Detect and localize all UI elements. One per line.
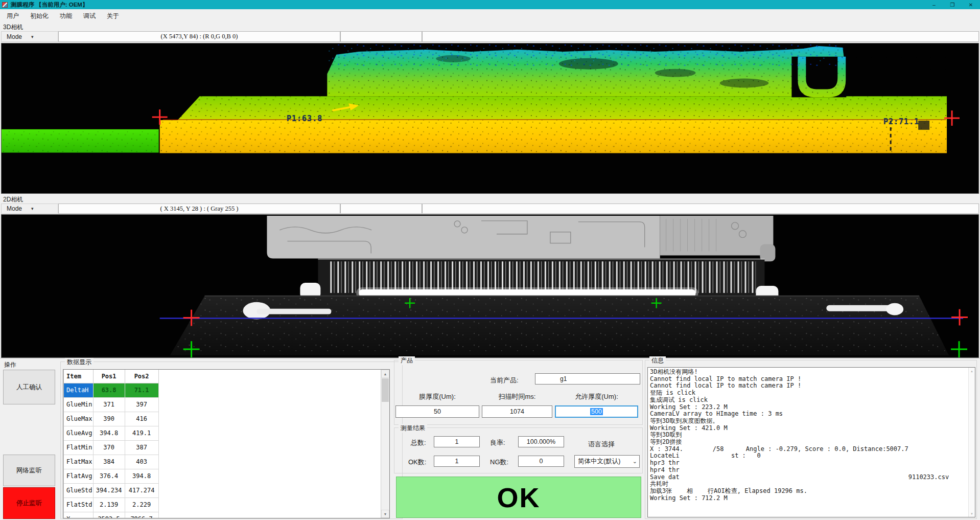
- log-output[interactable]: 3D相机没有网络! Cannot find local IP to match …: [647, 367, 975, 517]
- camera3d-view[interactable]: P1:63.8 P2:71.1: [1, 43, 979, 194]
- product-field-label: 允许厚度(Um):: [575, 392, 618, 401]
- table-row[interactable]: FlatMin 370 387: [64, 440, 159, 455]
- application-window: 测膜程序 【当前用户: OEM】 – ❐ ✕ 用户 初始化 功能 调试 关于 3…: [0, 0, 980, 520]
- data-display-label: 数据显示: [65, 358, 94, 367]
- scroll-up-icon[interactable]: ▲: [969, 368, 975, 374]
- result-status-panel: OK: [396, 477, 641, 518]
- mode-dropdown-3d[interactable]: Mode ▾: [1, 31, 58, 42]
- product-field-value: 1074: [510, 408, 524, 415]
- product-group: 产品 当前产品: g1 膜厚度(Um): 50 扫描时间ms: 1074 允许厚…: [394, 360, 643, 425]
- mode-dropdown-label: Mode: [7, 205, 22, 212]
- heightmap-image: [2, 43, 978, 193]
- camera3d-label: 3D相机: [3, 23, 23, 32]
- log-line: 等到3D取到灰度图数据。: [650, 418, 975, 425]
- scroll-down-icon[interactable]: ▼: [969, 510, 975, 517]
- col-header-pos1[interactable]: Pos1: [93, 370, 125, 383]
- menu-item[interactable]: 关于: [101, 10, 125, 22]
- log-line: Working Set : 223.2 M: [650, 404, 975, 411]
- log-line: Cannot find local IP to match camera IP …: [650, 382, 975, 390]
- data-table: Item Pos1 Pos2 DeltaH 63.8 71.1 GlueMin …: [63, 369, 390, 518]
- table-row[interactable]: X 2583.5 7966.7: [64, 512, 159, 518]
- current-product-input[interactable]: g1: [535, 373, 640, 385]
- product-field-label: 膜厚度(Um):: [419, 392, 456, 401]
- pixel-readout-3d: (X 5473,Y 84) : (R 0,G 0,B 0): [58, 31, 340, 42]
- window-title: 测膜程序 【当前用户: OEM】: [11, 1, 88, 9]
- product-field-input[interactable]: 500: [555, 405, 638, 418]
- product-field-value: 500: [590, 408, 603, 415]
- scrollbar-thumb[interactable]: [382, 378, 389, 402]
- product-field: 扫描时间ms: 1074: [482, 391, 552, 418]
- chevron-down-icon: ▾: [31, 34, 34, 39]
- camera2d-view[interactable]: [1, 214, 979, 358]
- table-scrollbar[interactable]: ▲ ▼: [381, 370, 389, 518]
- log-line: Cannot find local IP to match camera IP …: [650, 376, 975, 383]
- log-line: 登陆 is click: [650, 390, 975, 397]
- p2-annotation: P2:71.1: [883, 117, 919, 126]
- log-line: Save dat 9110233.csv: [650, 474, 975, 481]
- manual-confirm-button[interactable]: 人工确认: [3, 370, 55, 404]
- current-product-label: 当前产品:: [490, 376, 519, 385]
- table-row[interactable]: GlueMin 371 397: [64, 397, 159, 412]
- camera3d-toolbar: Mode ▾ (X 5473,Y 84) : (R 0,G 0,B 0): [1, 31, 979, 42]
- table-row[interactable]: GlueStd 394.234 417.274: [64, 483, 159, 498]
- table-row[interactable]: FlatAvg 376.4 394.8: [64, 469, 159, 483]
- current-product-value: g1: [560, 375, 567, 382]
- log-line: 等到3D取到: [650, 432, 975, 439]
- scroll-up-icon[interactable]: ▲: [381, 370, 389, 378]
- log-line: 3D相机没有网络!: [650, 369, 975, 376]
- minimize-button[interactable]: –: [925, 0, 943, 9]
- table-row[interactable]: DeltaH 63.8 71.1: [64, 383, 159, 397]
- menu-item[interactable]: 初始化: [25, 10, 54, 22]
- statusbar-cell: [340, 31, 422, 42]
- statusbar-cell: [422, 31, 979, 42]
- mode-dropdown-2d[interactable]: Mode ▾: [1, 204, 58, 214]
- pixel-readout-2d: ( X 3145, Y 28 ) : ( Gray 255 ): [58, 204, 340, 214]
- ng-count-input[interactable]: 0: [518, 456, 564, 467]
- log-line: 集成调试 is click: [650, 397, 975, 404]
- language-select[interactable]: 简体中文(默认) ⌄: [574, 455, 640, 468]
- log-scrollbar[interactable]: ▲ ▼: [968, 368, 975, 517]
- mode-dropdown-label: Mode: [7, 33, 22, 40]
- total-count-input[interactable]: 1: [434, 436, 480, 447]
- product-field: 膜厚度(Um): 50: [395, 391, 479, 418]
- col-header-item[interactable]: Item: [64, 370, 94, 383]
- title-bar: 测膜程序 【当前用户: OEM】 – ❐ ✕: [0, 0, 980, 9]
- log-line: LocateLi st : 0: [650, 453, 975, 460]
- stop-listen-button[interactable]: 停止监听: [3, 487, 55, 519]
- table-row[interactable]: FlatMax 384 403: [64, 455, 159, 469]
- menu-item[interactable]: 功能: [54, 10, 78, 22]
- menu-bar: 用户 初始化 功能 调试 关于: [0, 9, 980, 22]
- log-line: CameraLV array to HImage time : 3 ms: [650, 411, 975, 418]
- product-field-input[interactable]: 50: [395, 405, 479, 418]
- operation-group-label: 操作: [4, 360, 16, 369]
- menu-item[interactable]: 调试: [78, 10, 101, 22]
- info-group: 信息 3D相机没有网络! Cannot find local IP to mat…: [645, 360, 977, 519]
- table-header-row: Item Pos1 Pos2: [64, 370, 159, 383]
- scroll-down-icon[interactable]: ▼: [381, 510, 389, 518]
- col-header-pos2[interactable]: Pos2: [125, 370, 158, 383]
- yield-label: 良率:: [490, 438, 505, 447]
- menu-item[interactable]: 用户: [1, 10, 25, 22]
- product-field-label: 扫描时间ms:: [499, 392, 536, 401]
- data-display-group: 数据显示 Item Pos1 Pos2 DeltaH 63.8 71.1 Glu…: [60, 361, 403, 519]
- network-listen-button[interactable]: 网络监听: [3, 455, 55, 486]
- total-count-label: 总数:: [411, 438, 426, 447]
- table-row[interactable]: GlueMax 390 416: [64, 412, 159, 426]
- grayscale-image: [2, 215, 978, 357]
- p1-annotation: P1:63.8: [287, 114, 322, 123]
- product-field-value: 50: [434, 408, 441, 415]
- log-line: Working Set : 712.2 M: [650, 495, 975, 502]
- table-row[interactable]: FlatStd 2.139 2.229: [64, 498, 159, 512]
- product-field-input[interactable]: 1074: [482, 405, 552, 418]
- yield-input[interactable]: 100.000%: [518, 436, 564, 447]
- log-line: 加载3张 相 行AOI检查, Elapsed 19296 ms.: [650, 488, 975, 495]
- table-row[interactable]: GlueAvg 394.8 419.1: [64, 426, 159, 440]
- log-line: hpr3 thr: [650, 460, 975, 467]
- log-line: 等到2D拼接: [650, 439, 975, 446]
- ok-count-input[interactable]: 1: [434, 456, 480, 467]
- log-line: hpr4 thr: [650, 467, 975, 474]
- maximize-button[interactable]: ❐: [943, 0, 962, 9]
- language-select-label: 语言选择: [588, 440, 615, 449]
- close-button[interactable]: ✕: [962, 0, 980, 9]
- window-controls: – ❐ ✕: [925, 0, 980, 9]
